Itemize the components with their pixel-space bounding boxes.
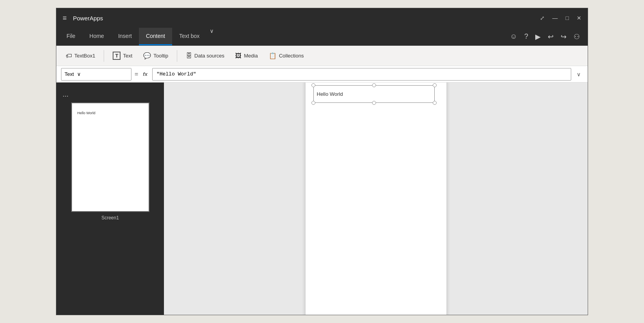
ribbon-divider-1 — [104, 50, 104, 62]
media-icon: 🖼 — [235, 52, 241, 59]
screen-more-icon[interactable]: ... — [63, 90, 68, 99]
textbox-content: Hello World — [317, 91, 343, 97]
expand-icon[interactable]: ⤢ — [540, 15, 545, 21]
handle-top-left[interactable] — [311, 83, 315, 87]
close-icon[interactable]: ✕ — [577, 15, 581, 21]
canvas-textbox[interactable]: Hello World — [313, 85, 435, 103]
menu-file[interactable]: File — [59, 28, 83, 45]
hamburger-menu-icon[interactable]: ≡ — [63, 14, 67, 22]
ribbon: 🏷 TextBox1 T Text 💬 Tooltip 🗄 Data sourc… — [56, 46, 588, 66]
ribbon-textbox1-label: TextBox1 — [74, 53, 95, 59]
left-panel: ... Hello World Screen1 — [56, 83, 164, 315]
ribbon-media-label: Media — [244, 53, 257, 59]
undo-icon[interactable]: ↩ — [548, 32, 554, 41]
equals-sign: = — [135, 71, 138, 78]
ribbon-tooltip[interactable]: 💬 Tooltip — [139, 50, 173, 62]
property-dropdown[interactable]: Text ∨ — [61, 68, 131, 81]
maximize-icon[interactable]: □ — [566, 15, 569, 21]
handle-bottom-right[interactable] — [433, 101, 437, 105]
screen-label: Screen1 — [101, 215, 119, 221]
menu-bar-right: ☺ ? ▶ ↩ ↪ ⚇ — [510, 28, 585, 45]
formula-input[interactable] — [152, 68, 571, 81]
redo-icon[interactable]: ↪ — [561, 32, 567, 41]
app-window: ≡ PowerApps ⤢ — □ ✕ File Home Insert Con… — [56, 8, 588, 315]
menu-home[interactable]: Home — [83, 28, 111, 45]
ribbon-divider-2 — [177, 50, 177, 62]
thumbnail-text: Hello World — [77, 111, 95, 115]
ribbon-textbox1[interactable]: 🏷 TextBox1 — [61, 50, 100, 62]
property-dropdown-label: Text — [65, 71, 74, 77]
canvas-area[interactable]: Hello World } Formula: string "Hello Wor… — [164, 83, 588, 315]
handle-top-center[interactable] — [372, 83, 376, 87]
main-area: ... Hello World Screen1 Hello World — [56, 83, 588, 315]
formula-expand-icon[interactable]: ∨ — [574, 71, 583, 77]
tooltip-icon: 💬 — [143, 52, 151, 59]
ribbon-collections[interactable]: 📋 Collections — [264, 50, 309, 62]
menu-insert[interactable]: Insert — [111, 28, 139, 45]
tag-icon: 🏷 — [66, 52, 72, 59]
ribbon-datasources-label: Data sources — [194, 53, 225, 59]
minimize-icon[interactable]: — — [552, 15, 558, 21]
ribbon-media[interactable]: 🖼 Media — [230, 50, 262, 62]
handle-bottom-center[interactable] — [372, 101, 376, 105]
help-icon[interactable]: ? — [524, 32, 528, 41]
handle-top-right[interactable] — [433, 83, 437, 87]
handle-bottom-left[interactable] — [311, 101, 315, 105]
ribbon-collections-label: Collections — [279, 53, 304, 59]
dropdown-chevron-icon: ∨ — [77, 71, 81, 77]
account-icon[interactable]: ⚇ — [574, 32, 580, 41]
menu-bar: File Home Insert Content Text box ∨ ☺ ? … — [56, 28, 588, 46]
emoji-icon[interactable]: ☺ — [510, 32, 517, 41]
menu-textbox[interactable]: Text box — [172, 28, 207, 45]
formula-bar: Text ∨ = fx ∨ — [56, 66, 588, 83]
datasources-icon: 🗄 — [186, 52, 192, 59]
menu-content[interactable]: Content — [139, 28, 172, 45]
window-controls: ⤢ — □ ✕ — [540, 15, 581, 21]
ribbon-text-label: Text — [123, 53, 132, 59]
ribbon-tooltip-label: Tooltip — [153, 53, 168, 59]
text-icon: T — [113, 52, 121, 60]
menu-chevron[interactable]: ∨ — [207, 28, 217, 45]
collections-icon: 📋 — [269, 52, 277, 59]
fx-label: fx — [141, 71, 149, 77]
canvas-page: Hello World — [306, 83, 446, 315]
title-bar: ≡ PowerApps ⤢ — □ ✕ — [56, 8, 588, 28]
play-icon[interactable]: ▶ — [535, 32, 541, 41]
ribbon-datasources[interactable]: 🗄 Data sources — [181, 50, 229, 62]
screen-thumbnail[interactable]: Hello World — [71, 102, 149, 212]
ribbon-text[interactable]: T Text — [108, 49, 137, 62]
app-title: PowerApps — [73, 15, 534, 22]
